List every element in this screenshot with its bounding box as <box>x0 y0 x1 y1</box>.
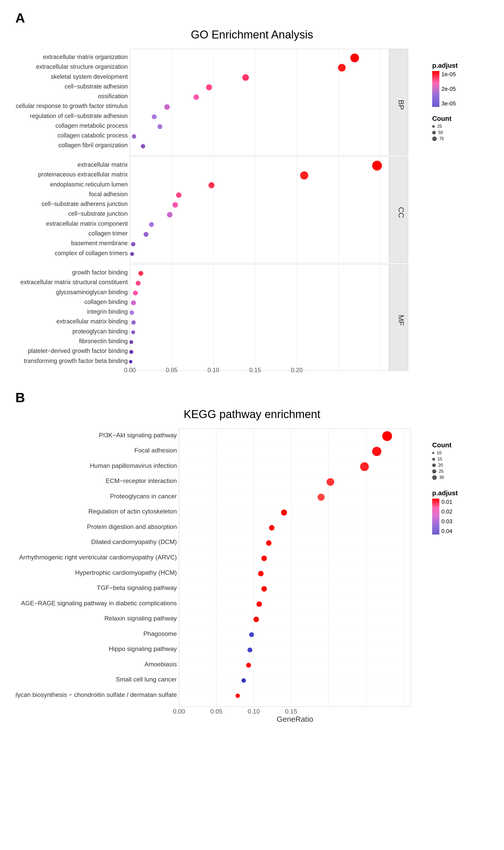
svg-text:collagen catabolic process: collagen catabolic process <box>57 132 128 139</box>
kegg-chart-svg: PI3K−Akt signaling pathway Focal adhesio… <box>15 426 425 726</box>
dot-kegg-3 <box>360 462 369 471</box>
section-b: B KEGG pathway enrichment <box>15 390 489 727</box>
count-dot-b-25 <box>432 469 436 473</box>
svg-text:integrin binding: integrin binding <box>87 308 128 315</box>
count-legend: Count 25 50 75 <box>432 115 489 143</box>
svg-text:MF: MF <box>397 315 406 326</box>
svg-text:0.05: 0.05 <box>210 708 223 715</box>
count-dot-25 <box>432 125 435 128</box>
dot-mf-6 <box>131 320 136 325</box>
svg-text:proteoglycan binding: proteoglycan binding <box>72 328 128 335</box>
legend-b: Count 10 15 20 25 <box>432 426 489 535</box>
dot-cc-3 <box>209 182 214 188</box>
svg-text:collagen trimer: collagen trimer <box>89 230 128 237</box>
count-item-b-15: 15 <box>432 457 489 462</box>
padjust-gradient-b-labels: 0.01 0.02 0.03 0.04 <box>442 499 452 535</box>
count-dot-b-10 <box>432 452 434 454</box>
padjust-b-val-3: 0.03 <box>442 518 452 525</box>
svg-text:0.15: 0.15 <box>249 367 261 374</box>
dot-cc-1 <box>372 161 382 170</box>
count-label-50: 50 <box>438 130 443 135</box>
svg-text:fibronectin binding: fibronectin binding <box>79 338 128 344</box>
svg-text:Relaxin signaling pathway: Relaxin signaling pathway <box>104 615 177 622</box>
padjust-b-val-4: 0.04 <box>442 528 452 535</box>
svg-text:0.15: 0.15 <box>285 708 297 715</box>
count-item-25: 25 <box>432 124 489 129</box>
svg-text:cell−substrate junction: cell−substrate junction <box>68 210 128 217</box>
count-item-b-20: 20 <box>432 463 489 468</box>
dot-bp-4 <box>206 84 212 90</box>
section-a-label: A <box>15 10 489 26</box>
dot-kegg-10 <box>258 571 264 576</box>
svg-text:Human papillomavirus infection: Human papillomavirus infection <box>90 462 177 469</box>
count-legend-b: Count 10 15 20 25 <box>432 441 489 482</box>
svg-text:BP: BP <box>397 100 406 110</box>
svg-text:Dilated cardiomyopathy (DCM): Dilated cardiomyopathy (DCM) <box>91 538 177 545</box>
count-item-b-10: 10 <box>432 451 489 455</box>
svg-text:complex of collagen trimers: complex of collagen trimers <box>55 250 128 256</box>
svg-text:extracellular matrix structura: extracellular matrix structural constitu… <box>20 279 128 286</box>
padjust-val-1: 1e-05 <box>442 71 456 78</box>
svg-text:Hippo signaling pathway: Hippo signaling pathway <box>109 645 177 652</box>
padjust-gradient <box>432 71 439 107</box>
legend-a: p.adjust 1e-05 2e-05 3e-05 Count <box>432 46 489 143</box>
dot-mf-9 <box>129 350 133 354</box>
svg-text:skeletal system development: skeletal system development <box>51 73 128 80</box>
chart-b-area: PI3K−Akt signaling pathway Focal adhesio… <box>15 426 425 727</box>
svg-text:Phagosome: Phagosome <box>143 630 177 637</box>
dot-cc-7 <box>149 222 154 227</box>
chart-a-area: BP <box>15 46 425 375</box>
dot-mf-10 <box>129 360 132 363</box>
svg-text:endoplasmic reticulum lumen: endoplasmic reticulum lumen <box>50 181 128 188</box>
dot-cc-10 <box>130 252 134 256</box>
svg-rect-40 <box>130 265 389 371</box>
svg-text:GeneRatio: GeneRatio <box>277 715 313 723</box>
dot-kegg-11 <box>262 586 267 592</box>
dot-bp-6 <box>164 104 170 110</box>
svg-text:Protein digestion and absorpti: Protein digestion and absorption <box>87 523 177 530</box>
svg-text:PI3K−Akt signaling pathway: PI3K−Akt signaling pathway <box>99 432 177 439</box>
svg-text:regulation of cellular respons: regulation of cellular response to growt… <box>15 103 128 109</box>
svg-text:Proteoglycans in cancer: Proteoglycans in cancer <box>110 493 177 500</box>
padjust-val-2: 2e-05 <box>442 86 456 92</box>
padjust-legend-b: p.adjust 0.01 0.02 0.03 0.04 <box>432 489 489 535</box>
dot-mf-7 <box>131 330 135 334</box>
count-label-b-25: 25 <box>439 469 444 474</box>
dot-kegg-15 <box>248 647 252 652</box>
dot-cc-9 <box>131 242 136 246</box>
dot-kegg-4 <box>326 478 334 486</box>
svg-text:collagen metabolic process: collagen metabolic process <box>55 122 128 129</box>
dot-bp-10 <box>141 144 145 148</box>
dot-bp-9 <box>132 134 136 139</box>
dot-mf-8 <box>129 340 133 344</box>
svg-text:proteinaceous extracellular ma: proteinaceous extracellular matrix <box>38 171 128 178</box>
padjust-legend: p.adjust 1e-05 2e-05 3e-05 <box>432 61 489 107</box>
dot-kegg-18 <box>235 693 240 698</box>
count-legend-b-title: Count <box>432 441 489 449</box>
count-label-25: 25 <box>437 124 442 129</box>
go-chart-svg: BP <box>15 46 425 374</box>
svg-text:ossification: ossification <box>98 93 128 100</box>
padjust-gradient-row: 1e-05 2e-05 3e-05 <box>432 71 489 107</box>
dot-kegg-13 <box>253 617 259 622</box>
dot-kegg-17 <box>241 679 246 683</box>
dot-bp-5 <box>193 94 199 100</box>
svg-text:extracellular structure organi: extracellular structure organization <box>36 64 128 70</box>
svg-text:Amoebiasis: Amoebiasis <box>144 661 177 668</box>
svg-text:Hypertrophic cardiomyopathy (H: Hypertrophic cardiomyopathy (HCM) <box>75 569 177 576</box>
dot-bp-3 <box>242 74 249 81</box>
svg-text:CC: CC <box>397 207 406 218</box>
svg-text:transforming growth factor bet: transforming growth factor beta binding <box>24 358 128 364</box>
padjust-gradient-b <box>432 499 439 535</box>
svg-text:0.00: 0.00 <box>173 708 185 715</box>
dot-kegg-6 <box>281 509 287 515</box>
count-dot-b-30 <box>432 475 437 480</box>
padjust-legend-title: p.adjust <box>432 61 489 70</box>
count-dot-b-15 <box>432 458 435 460</box>
svg-text:regulation of cell−substrate a: regulation of cell−substrate adhesion <box>30 113 128 119</box>
chart-a-container: BP <box>15 46 489 375</box>
dot-mf-1 <box>139 271 143 276</box>
count-label-b-20: 20 <box>438 463 443 468</box>
dot-mf-3 <box>133 291 138 295</box>
count-item-50: 50 <box>432 130 489 135</box>
